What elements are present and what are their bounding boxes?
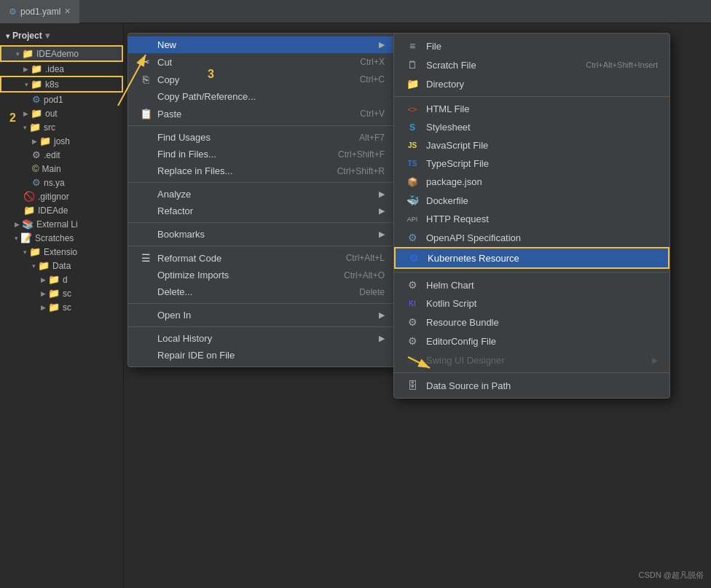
menu-item-open-in[interactable]: Open In ▶ <box>128 307 396 324</box>
menu-item-repair-ide[interactable]: Repair IDE on File <box>128 347 396 364</box>
submenu-item-resource-bundle[interactable]: ⚙ Resource Bundle <box>394 313 669 332</box>
submenu-item-scratch[interactable]: 🗒 Scratch File Ctrl+Alt+Shift+Insert <box>394 55 669 74</box>
sidebar-item-josh[interactable]: ▶ 📁 josh <box>0 134 123 148</box>
nsya-icon: ⚙ <box>32 177 41 188</box>
sidebar-item-extensio[interactable]: ▾ 📁 Extensio <box>0 245 123 259</box>
ts-label: TypeScript File <box>426 158 489 169</box>
submenu-item-stylesheet[interactable]: S Stylesheet <box>394 118 669 136</box>
menu-item-local-history[interactable]: Local History ▶ <box>128 330 396 347</box>
sidebar-item-ideademo[interactable]: ▾ 📁 IDEAdemo <box>0 45 123 62</box>
sc2-label: sc <box>63 302 71 313</box>
submenu-item-helm[interactable]: ⚙ Helm Chart <box>394 275 669 294</box>
menu-item-paste[interactable]: 📋 Paste Ctrl+V <box>128 105 396 122</box>
menu-item-replace-files[interactable]: Replace in Files... Ctrl+Shift+R <box>128 162 396 179</box>
sidebar-item-data[interactable]: ▾ 📁 Data <box>0 259 123 273</box>
sidebar-item-ideade[interactable]: 📁 IDEAde <box>0 203 123 217</box>
project-title: Project <box>12 31 42 41</box>
stylesheet-icon: S <box>406 122 419 133</box>
editor-tab[interactable]: ⚙ pod1.yaml ✕ <box>0 0 79 23</box>
sidebar-item-nsya[interactable]: ⚙ ns.ya <box>0 176 123 189</box>
paste-shortcut: Ctrl+V <box>360 109 385 119</box>
watermark: CSDN @超凡脱俗 <box>639 570 704 581</box>
kotlin-label: Kotlin Script <box>426 298 476 309</box>
submenu-item-directory[interactable]: 📁 Directory <box>394 74 669 93</box>
external-label: External Li <box>36 219 78 230</box>
menu-item-find-files[interactable]: Find in Files... Ctrl+Shift+F <box>128 146 396 162</box>
sidebar-item-sc2[interactable]: ▶ 📁 sc <box>0 300 123 314</box>
edit-icon: ⚙ <box>32 149 41 160</box>
resource-bundle-icon: ⚙ <box>406 316 419 328</box>
sidebar-item-src[interactable]: ▾ 📁 src <box>0 120 123 134</box>
menu-item-bookmarks[interactable]: Bookmarks ▶ <box>128 226 396 243</box>
submenu-sep-1 <box>394 96 669 97</box>
editorconfig-label: EditorConfig File <box>426 336 496 347</box>
sidebar-item-sc1[interactable]: ▶ 📁 sc <box>0 286 123 300</box>
sidebar-item-edit[interactable]: ⚙ .edit <box>0 148 123 162</box>
submenu-item-editorconfig[interactable]: ⚙ EditorConfig File <box>394 332 669 350</box>
kubernetes-icon: ⚙ <box>407 252 420 264</box>
josh-chevron: ▶ <box>32 138 37 145</box>
cut-shortcut: Ctrl+X <box>360 57 385 67</box>
ideademo-icon: 📁 <box>22 48 34 59</box>
menu-item-analyze[interactable]: Analyze ▶ <box>128 186 396 203</box>
external-chevron: ▶ <box>15 221 20 228</box>
find-files-label: Find in Files... <box>157 149 316 160</box>
submenu-item-data-source[interactable]: 🗄 Data Source in Path <box>394 376 669 395</box>
menu-item-refactor[interactable]: Refactor ▶ <box>128 203 396 219</box>
copy-label: Copy <box>157 74 338 85</box>
delete-label: Delete... <box>157 286 337 297</box>
main-icon: © <box>32 163 39 174</box>
project-chevron: ▾ <box>6 32 9 40</box>
sidebar-item-gitignore[interactable]: 🚫 .gitignor <box>0 189 123 203</box>
menu-item-optimize[interactable]: Optimize Imports Ctrl+Alt+O <box>128 267 396 283</box>
submenu-item-kotlin[interactable]: Kt Kotlin Script <box>394 294 669 313</box>
cut-icon: ✂ <box>140 56 152 68</box>
sidebar-item-out[interactable]: ▶ 📁 out <box>0 106 123 120</box>
menu-item-copy[interactable]: ⎘ Copy Ctrl+C <box>128 71 396 88</box>
submenu-item-ts[interactable]: TS TypeScript File <box>394 154 669 173</box>
submenu-item-dockerfile[interactable]: 🐳 Dockerfile <box>394 191 669 210</box>
local-history-arrow: ▶ <box>379 334 385 343</box>
submenu-item-http[interactable]: API HTTP Request <box>394 210 669 228</box>
sidebar-item-d[interactable]: ▶ 📁 d <box>0 273 123 286</box>
menu-item-cut[interactable]: ✂ Cut Ctrl+X <box>128 53 396 71</box>
directory-label: Directory <box>426 79 464 90</box>
project-header[interactable]: ▾ Project ▾ <box>0 26 123 45</box>
sc1-chevron: ▶ <box>41 290 46 297</box>
openapi-label: OpenAPI Specification <box>426 232 521 243</box>
menu-item-reformat[interactable]: ☰ Reformat Code Ctrl+Alt+L <box>128 249 396 267</box>
menu-item-find-usages[interactable]: Find Usages Alt+F7 <box>128 129 396 146</box>
sidebar-item-scratches[interactable]: ▾ 📝 Scratches <box>0 231 123 245</box>
tab-close[interactable]: ✕ <box>64 7 71 16</box>
scratches-label: Scratches <box>35 233 74 243</box>
k8s-chevron: ▾ <box>25 81 28 88</box>
dockerfile-icon: 🐳 <box>406 195 419 206</box>
menu-item-delete[interactable]: Delete... Delete <box>128 283 396 300</box>
sidebar-item-k8s[interactable]: ▾ 📁 k8s <box>0 76 123 93</box>
sidebar-item-idea[interactable]: ▶ 📁 .idea <box>0 62 123 76</box>
data-chevron: ▾ <box>32 262 36 270</box>
menu-item-copy-path[interactable]: Copy Path/Reference... <box>128 88 396 105</box>
submenu-item-html[interactable]: <> HTML File <box>394 100 669 118</box>
scratches-chevron: ▾ <box>15 235 18 242</box>
new-submenu: ≡ File 🗒 Scratch File Ctrl+Alt+Shift+Ins… <box>393 33 670 399</box>
submenu-item-kubernetes[interactable]: ⚙ Kubernetes Resource <box>394 247 669 269</box>
sidebar-item-external[interactable]: ▶ 📚 External Li <box>0 217 123 231</box>
data-source-icon: 🗄 <box>406 380 419 391</box>
helm-icon: ⚙ <box>406 279 419 291</box>
package-icon: 📦 <box>406 177 419 187</box>
open-in-label: Open In <box>157 310 379 321</box>
ideademo-label: IDEAdemo <box>36 49 79 59</box>
submenu-item-openapi[interactable]: ⚙ OpenAPI Specification <box>394 228 669 247</box>
nsya-label: ns.ya <box>44 178 65 188</box>
submenu-item-js[interactable]: JS JavaScript File <box>394 136 669 154</box>
sidebar-item-pod1yaml[interactable]: ⚙ pod1 <box>0 93 123 106</box>
submenu-item-file[interactable]: ≡ File <box>394 36 669 55</box>
sidebar-item-main[interactable]: © Main <box>0 162 123 176</box>
k8s-label: k8s <box>45 79 59 90</box>
separator-5 <box>128 303 396 304</box>
menu-item-new[interactable]: New ▶ <box>128 36 396 53</box>
submenu-item-package[interactable]: 📦 package.json <box>394 173 669 191</box>
separator-3 <box>128 222 396 223</box>
sidebar: ▾ Project ▾ ▾ 📁 IDEAdemo ▶ 📁 .idea ▾ 📁 k… <box>0 23 124 588</box>
